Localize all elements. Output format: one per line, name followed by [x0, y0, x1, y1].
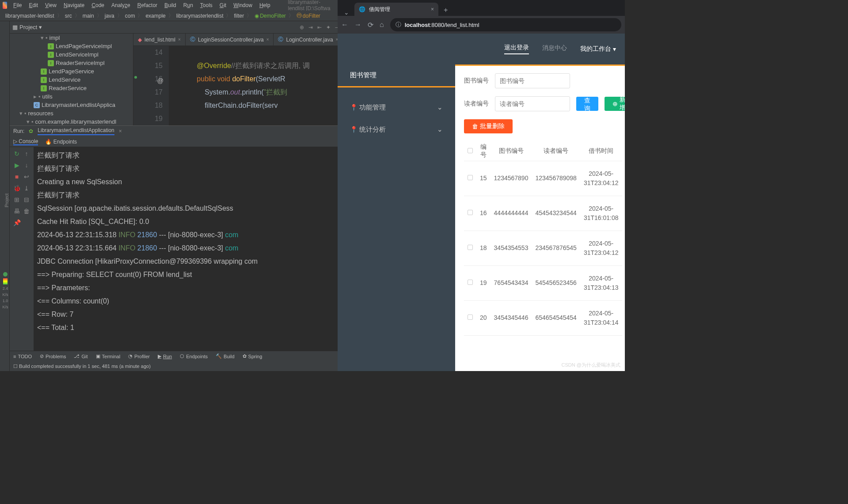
- browser-tab[interactable]: 🌐 借阅管理 ×: [354, 3, 438, 16]
- filter-icon[interactable]: ⊟: [23, 196, 30, 204]
- select-opened-icon[interactable]: ⊕: [300, 24, 304, 30]
- checkbox[interactable]: [468, 148, 473, 153]
- layout-icon[interactable]: ⊞: [13, 196, 21, 204]
- bc-method[interactable]: ⓜ doFilter: [295, 12, 322, 19]
- menu-navigate[interactable]: Navigate: [61, 1, 87, 9]
- menu-tools[interactable]: Tools: [198, 1, 215, 9]
- tree-item[interactable]: ▾ ▪ com.example.librarymasterlendl: [10, 117, 133, 125]
- rerun-icon[interactable]: ↻: [13, 150, 21, 158]
- editor-tab[interactable]: ⒸLoginController.java×: [274, 34, 338, 45]
- close-run-tab[interactable]: ×: [119, 128, 122, 134]
- checkbox[interactable]: [468, 245, 473, 250]
- forward-icon[interactable]: →: [354, 21, 361, 29]
- down-icon[interactable]: ↓: [23, 161, 30, 169]
- pin-icon[interactable]: 📌: [13, 219, 21, 227]
- add-button[interactable]: ⊕新增: [605, 97, 625, 111]
- menu-file[interactable]: File: [11, 1, 24, 9]
- checkbox[interactable]: [468, 210, 473, 215]
- editor-tab[interactable]: ⒸLoginSessionController.java×: [186, 34, 274, 45]
- menu-help[interactable]: Help: [257, 1, 273, 9]
- back-icon[interactable]: ←: [341, 21, 348, 29]
- tree-item[interactable]: C LibrarymasterLendlistApplica: [10, 101, 133, 109]
- bulk-delete-button[interactable]: 🗑批量删除: [464, 119, 513, 133]
- message-center-link[interactable]: 消息中心: [542, 44, 567, 54]
- editor-tab[interactable]: ◆lend_list.html×: [133, 34, 186, 45]
- run-icon[interactable]: ▶: [13, 161, 21, 169]
- menu-git[interactable]: Git: [217, 1, 229, 9]
- checkbox[interactable]: [468, 315, 473, 320]
- tree-item[interactable]: I LendService: [10, 76, 133, 84]
- bc-src[interactable]: src: [63, 13, 74, 19]
- home-icon[interactable]: ⌂: [380, 21, 384, 29]
- collapse-all-icon[interactable]: ⇤: [317, 24, 322, 30]
- bottom-problems[interactable]: ⊘ Problems: [40, 353, 66, 359]
- menu-refactor[interactable]: Refactor: [135, 1, 160, 9]
- close-icon[interactable]: ×: [178, 37, 181, 42]
- menu-build[interactable]: Build: [162, 1, 179, 9]
- endpoints-tab[interactable]: 🔥 Endpoints: [45, 139, 77, 145]
- bottom-todo[interactable]: ≡ TODO: [13, 354, 32, 359]
- bc-project[interactable]: librarymaster-lendlist: [4, 13, 56, 19]
- console-tab[interactable]: ▷ Console: [13, 138, 38, 145]
- tab-list-chevron-icon[interactable]: ⌄: [340, 9, 353, 16]
- code-body[interactable]: @Override//拦截到请求之后调用, 调 public void doFi…: [169, 46, 338, 125]
- wrap-icon[interactable]: ↩: [23, 173, 30, 181]
- url-input[interactable]: ⓘ localhost:8080/lend_list.html: [390, 18, 621, 31]
- new-tab-icon[interactable]: +: [440, 4, 451, 16]
- bottom-endpoints[interactable]: ⬡ Endpoints: [180, 353, 208, 359]
- sidebar-tab-books[interactable]: 图书管理: [338, 64, 455, 87]
- tree-item[interactable]: I ReaderServiceImpl: [10, 59, 133, 67]
- tree-item[interactable]: ▸ ▪ utils: [10, 92, 133, 101]
- sidebar-item-stats[interactable]: 📍 统计分析 ⌄: [338, 118, 455, 140]
- bottom-profiler[interactable]: ◔ Profiler: [128, 353, 150, 359]
- menu-analyze[interactable]: Analyze: [109, 1, 133, 9]
- tree-item[interactable]: I LendServiceImpl: [10, 50, 133, 59]
- debug-icon[interactable]: 🐞: [13, 184, 21, 192]
- reload-icon[interactable]: ⟳: [368, 21, 373, 29]
- close-icon[interactable]: ×: [336, 37, 338, 42]
- bottom-build[interactable]: 🔨 Build: [216, 353, 234, 359]
- bottom-terminal[interactable]: ▣ Terminal: [96, 353, 121, 359]
- trash-icon[interactable]: 🗑: [23, 207, 30, 215]
- scroll-icon[interactable]: ⤓: [23, 184, 30, 192]
- search-button[interactable]: 查询: [576, 97, 598, 111]
- workspace-dropdown[interactable]: 我的工作台 ▾: [580, 45, 616, 53]
- sidebar-item-function[interactable]: 📍 功能管理 ⌄: [338, 96, 455, 118]
- site-info-icon[interactable]: ⓘ: [395, 21, 401, 29]
- project-tree[interactable]: ▾ ▪ implI LendPageServiceImplI LendServi…: [10, 34, 133, 125]
- book-id-input[interactable]: [495, 73, 570, 88]
- project-tool-button[interactable]: Project: [4, 193, 9, 207]
- bottom-git[interactable]: ⎇ Git: [74, 353, 87, 359]
- settings-icon[interactable]: ✦: [326, 24, 331, 30]
- menu-window[interactable]: Window: [231, 1, 255, 9]
- stop-icon[interactable]: ■: [13, 173, 21, 181]
- bottom-spring[interactable]: ✿ Spring: [243, 353, 262, 359]
- code-editor[interactable]: 141516@1718192021 @Override//拦截到请求之后调用, …: [133, 46, 338, 125]
- bc-class[interactable]: ◉ DemoFilter: [253, 13, 288, 19]
- menu-view[interactable]: View: [42, 1, 59, 9]
- run-app-name[interactable]: LibrarymasterLendlistApplication: [38, 127, 114, 135]
- bc-main[interactable]: main: [81, 13, 96, 19]
- tree-item[interactable]: I LendPageServiceImpl: [10, 42, 133, 50]
- logout-link[interactable]: 退出登录: [504, 44, 529, 54]
- menu-edit[interactable]: Edit: [26, 1, 41, 9]
- close-icon[interactable]: ×: [266, 37, 269, 42]
- reader-id-input[interactable]: [495, 96, 570, 111]
- console-output[interactable]: 拦截到了请求拦截到了请求Creating a new SqlSession拦截到…: [34, 147, 338, 351]
- bc-pkg[interactable]: librarymasterlendlist: [175, 13, 225, 19]
- bottom-run[interactable]: ▶ Run: [158, 353, 172, 359]
- menu-run[interactable]: Run: [181, 1, 196, 9]
- print-icon[interactable]: 🖶: [13, 207, 21, 215]
- tree-item[interactable]: ▾ ▪ resources: [10, 109, 133, 117]
- project-label[interactable]: ▦ Project ▾: [12, 24, 42, 30]
- bc-example[interactable]: example: [144, 13, 167, 19]
- bc-com[interactable]: com: [123, 13, 137, 19]
- tree-item[interactable]: ▾ ▪ impl: [10, 34, 133, 42]
- up-icon[interactable]: ↑: [23, 150, 30, 158]
- expand-all-icon[interactable]: ⇥: [308, 24, 313, 30]
- menu-code[interactable]: Code: [89, 1, 107, 9]
- tab-close-icon[interactable]: ×: [431, 6, 434, 12]
- tree-item[interactable]: I LendPageService: [10, 67, 133, 76]
- bc-filter[interactable]: filter: [232, 13, 246, 19]
- checkbox[interactable]: [468, 280, 473, 285]
